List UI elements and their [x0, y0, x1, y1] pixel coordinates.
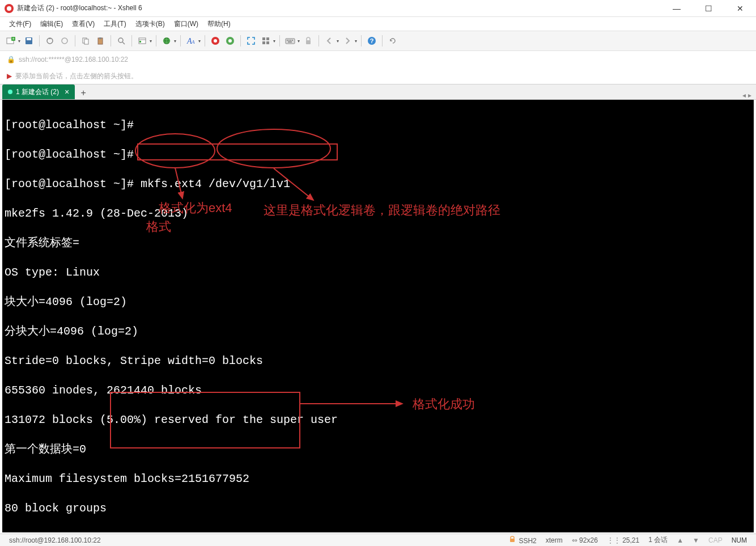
- terminal-line: 块大小=4096 (log=2): [5, 295, 751, 310]
- dropdown-icon[interactable]: ▾: [150, 39, 152, 44]
- status-protocol: SSH2: [504, 535, 541, 545]
- dropdown-icon[interactable]: ▾: [174, 39, 176, 44]
- help-button[interactable]: ?: [366, 35, 378, 47]
- new-session-button[interactable]: +: [5, 35, 17, 47]
- svg-rect-30: [287, 40, 288, 41]
- menubar: 文件(F) 编辑(E) 查看(V) 工具(T) 选项卡(B) 窗口(W) 帮助(…: [0, 17, 756, 31]
- back-button[interactable]: [323, 35, 335, 47]
- status-pos: ⋮⋮ 25,21: [602, 536, 644, 544]
- menu-file[interactable]: 文件(F): [6, 18, 35, 30]
- terminal-line: 第一个数据块=0: [5, 442, 751, 457]
- svg-rect-32: [290, 40, 291, 41]
- xshell-button[interactable]: [209, 35, 222, 47]
- close-button[interactable]: ✕: [729, 4, 751, 13]
- dropdown-icon[interactable]: ▾: [337, 39, 339, 44]
- svg-rect-33: [292, 40, 293, 41]
- svg-line-12: [122, 42, 125, 44]
- globe-button[interactable]: [160, 35, 173, 47]
- hint-text: 要添加当前会话，点击左侧的箭头按钮。: [15, 71, 138, 81]
- svg-rect-35: [306, 40, 311, 44]
- statusbar: ssh://root@192.168.100.10:22 SSH2 xterm …: [0, 534, 756, 546]
- terminal-line: 655360 inodes, 2621440 blocks: [5, 383, 751, 398]
- svg-rect-34: [288, 41, 292, 43]
- lock-button[interactable]: [302, 35, 315, 47]
- separator: [279, 35, 280, 46]
- separator: [39, 35, 40, 46]
- menu-edit[interactable]: 编辑(E): [37, 18, 66, 30]
- titlebar: 新建会话 (2) - root@localhost:~ - Xshell 6 —…: [0, 0, 756, 17]
- disconnect-button[interactable]: [58, 35, 71, 47]
- svg-rect-26: [266, 37, 269, 40]
- terminal[interactable]: [root@localhost ~]# [root@localhost ~]# …: [2, 100, 754, 532]
- keyboard-button[interactable]: [284, 35, 296, 47]
- reconnect-button[interactable]: [44, 35, 56, 47]
- separator: [205, 35, 205, 46]
- svg-rect-46: [510, 539, 515, 542]
- menu-tabs[interactable]: 选项卡(B): [132, 18, 168, 30]
- svg-point-24: [228, 39, 232, 43]
- session-tab[interactable]: 1 新建会话 (2) ×: [2, 84, 75, 99]
- status-up-icon: ▲: [672, 536, 688, 544]
- separator: [318, 35, 319, 46]
- tab-close-button[interactable]: ×: [65, 87, 69, 96]
- tab-prev-button[interactable]: ◂: [742, 91, 746, 99]
- dropdown-icon[interactable]: ▾: [18, 39, 20, 44]
- separator: [75, 35, 75, 46]
- addressbar: 🔒 ssh://root:******@192.168.100.10:22: [0, 51, 756, 68]
- svg-rect-25: [262, 37, 265, 40]
- terminal-line: 131072 blocks (5.00%) reserved for the s…: [5, 413, 751, 428]
- separator: [382, 35, 383, 46]
- xftp-button[interactable]: [224, 35, 236, 47]
- separator: [240, 35, 241, 46]
- new-tab-button[interactable]: +: [77, 87, 90, 99]
- lock-icon: 🔒: [7, 56, 15, 64]
- tabbar: 1 新建会话 (2) × + ◂ ▸: [0, 84, 756, 100]
- separator: [156, 35, 156, 46]
- terminal-line: [root@localhost ~]#: [5, 147, 751, 162]
- tile-button[interactable]: [260, 35, 272, 47]
- status-term: xterm: [541, 536, 567, 544]
- status-down-icon: ▼: [688, 536, 704, 544]
- terminal-line: 32768 blocks per group, 32768 fragments …: [5, 531, 751, 532]
- refresh-button[interactable]: [387, 35, 399, 47]
- svg-text:A: A: [191, 39, 195, 45]
- copy-button[interactable]: [79, 35, 92, 47]
- properties-button[interactable]: [136, 35, 148, 47]
- forward-button[interactable]: [341, 35, 354, 47]
- dropdown-icon[interactable]: ▾: [273, 39, 275, 44]
- dropdown-icon[interactable]: ▾: [355, 39, 357, 44]
- toolbar: + ▾ ▾ ▾ AA ▾ ▾ ▾ ▾ ▾ ?: [0, 31, 756, 51]
- separator: [131, 35, 132, 46]
- menu-help[interactable]: 帮助(H): [204, 18, 234, 30]
- font-button[interactable]: AA: [185, 35, 197, 47]
- terminal-line: OS type: Linux: [5, 265, 751, 280]
- tab-nav: ◂ ▸: [742, 91, 751, 99]
- maximize-button[interactable]: ☐: [697, 4, 720, 13]
- dropdown-icon[interactable]: ▾: [298, 39, 300, 44]
- save-button[interactable]: [23, 35, 35, 47]
- window-title: 新建会话 (2) - root@localhost:~ - Xshell 6: [17, 3, 665, 13]
- dropdown-icon[interactable]: ▾: [198, 39, 201, 44]
- address-url[interactable]: ssh://root:******@192.168.100.10:22: [19, 56, 128, 64]
- svg-rect-8: [84, 39, 88, 44]
- fullscreen-button[interactable]: [245, 35, 257, 47]
- svg-rect-10: [99, 37, 101, 39]
- terminal-line: Maximum filesystem blocks=2151677952: [5, 472, 751, 486]
- app-icon: [5, 4, 14, 13]
- find-button[interactable]: [115, 35, 128, 47]
- svg-rect-31: [288, 40, 290, 41]
- tab-next-button[interactable]: ▸: [748, 91, 751, 99]
- menu-tools[interactable]: 工具(T): [100, 18, 129, 30]
- menu-view[interactable]: 查看(V): [69, 18, 98, 30]
- status-num: NUM: [727, 536, 751, 544]
- svg-rect-29: [286, 39, 295, 44]
- window-controls: — ☐ ✕: [665, 4, 751, 13]
- hintbar: ▶ 要添加当前会话，点击左侧的箭头按钮。: [0, 68, 756, 84]
- svg-rect-28: [266, 41, 269, 44]
- flag-icon: ▶: [7, 72, 12, 80]
- paste-button[interactable]: [94, 35, 107, 47]
- svg-text:?: ?: [370, 37, 374, 44]
- terminal-line: [root@localhost ~]#: [5, 118, 751, 133]
- menu-window[interactable]: 窗口(W): [171, 18, 202, 30]
- minimize-button[interactable]: —: [665, 4, 688, 13]
